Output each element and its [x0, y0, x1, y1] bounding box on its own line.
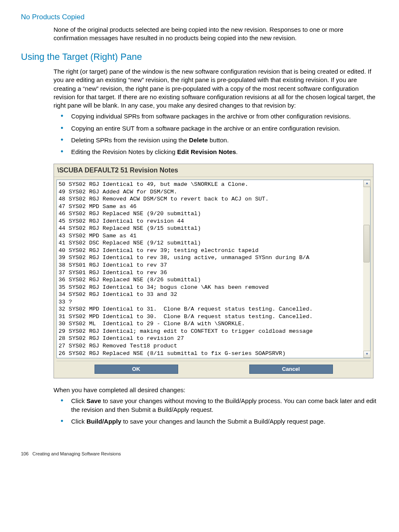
scrollbar[interactable]: ▲ ▼ — [363, 180, 370, 358]
para-completed-changes: When you have completed all desired chan… — [54, 386, 378, 394]
ok-button[interactable]: OK — [95, 365, 178, 374]
bullet-copy-sut: Copying an entire SUT from a software pa… — [61, 124, 378, 133]
revision-notes-textarea[interactable]: 50 SYS02 RGJ Identical to 49, but made \… — [57, 180, 363, 358]
page-footer: 106 Creating and Managing Software Revis… — [21, 451, 378, 457]
bullet-click-save: Click Save to save your changes without … — [61, 397, 378, 414]
heading-using-target-pane: Using the Target (Right) Pane — [21, 51, 378, 63]
scroll-thumb[interactable] — [363, 225, 370, 262]
scroll-down-icon[interactable]: ▼ — [363, 351, 371, 358]
scroll-up-icon[interactable]: ▲ — [363, 180, 371, 187]
bullet-copy-sprs: Copying individual SPRs from software pa… — [61, 112, 378, 121]
cancel-button[interactable]: Cancel — [249, 365, 333, 374]
page-number: 106 — [21, 451, 28, 456]
para-no-products-copied: None of the original products selected a… — [54, 26, 378, 43]
bullet-edit-notes: Editing the Revision Notes by clicking E… — [61, 148, 378, 156]
scroll-track[interactable] — [363, 187, 370, 351]
chapter-title: Creating and Managing Software Revisions — [33, 451, 121, 456]
dialog-title: \SCUBA DEFAULT2 51 Revision Notes — [54, 164, 373, 177]
revision-notes-dialog: \SCUBA DEFAULT2 51 Revision Notes 50 SYS… — [54, 164, 373, 378]
para-target-pane-intro: The right (or target) pane of the window… — [54, 67, 378, 110]
subheading-no-products-copied: No Products Copied — [21, 13, 378, 22]
bullet-click-build-apply: Click Build/Apply to save your changes a… — [61, 417, 378, 426]
bullet-delete-sprs: Deleting SPRs from the revision using th… — [61, 136, 378, 144]
